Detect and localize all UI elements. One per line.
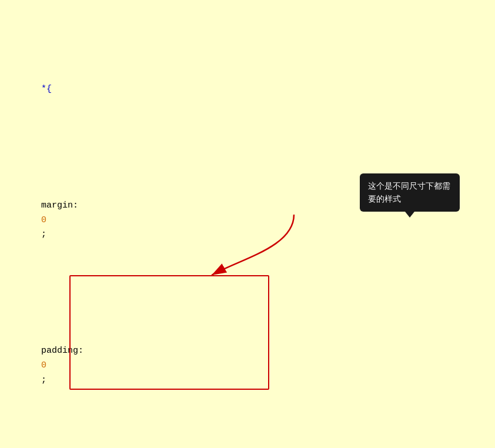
tooltip-text: 这个是不同尺寸下都需要的样式 xyxy=(368,181,450,203)
page-wrapper: *{ margin: 0 ; padding: 0 ; box-sizing: … xyxy=(0,0,495,448)
code-line-3: padding: 0 ; xyxy=(9,315,483,403)
code-block: *{ margin: 0 ; padding: 0 ; box-sizing: … xyxy=(9,9,483,448)
code-line-1: *{ xyxy=(9,68,483,111)
val-padding-star: 0 xyxy=(41,360,46,370)
prop-padding-star: padding: xyxy=(41,346,89,356)
tooltip-box: 这个是不同尺寸下都需要的样式 xyxy=(360,173,460,212)
selector-star: *{ xyxy=(41,84,52,94)
prop-margin: margin: xyxy=(41,200,83,210)
val-margin: 0 xyxy=(41,215,46,225)
